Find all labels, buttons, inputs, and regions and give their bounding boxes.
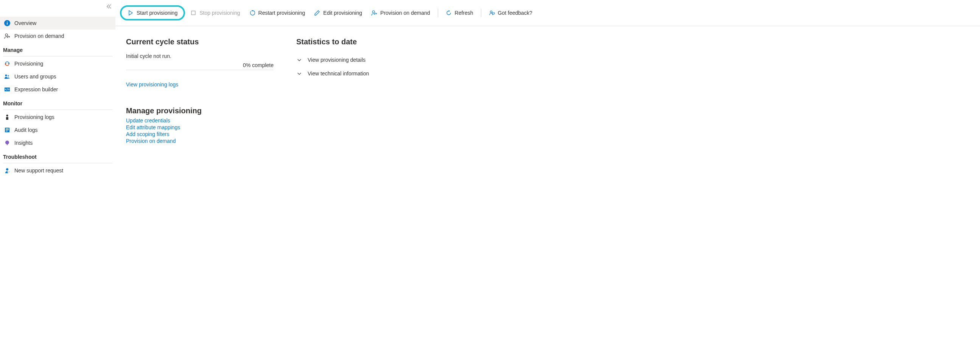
sidebar-item-insights[interactable]: Insights [0,136,115,149]
svg-point-4 [5,75,7,77]
feedback-icon [489,10,495,16]
cycle-status-heading: Current cycle status [126,37,274,46]
chevron-double-left-icon [106,4,111,9]
stop-icon [190,10,196,16]
edit-attribute-mappings-link[interactable]: Edit attribute mappings [126,124,274,130]
sidebar-item-label: New support request [14,168,63,174]
add-scoping-filters-link[interactable]: Add scoping filters [126,131,274,137]
chevron-down-icon [296,70,302,77]
sync-icon [4,60,11,67]
cycle-status-text: Initial cycle not run. [126,53,274,59]
sidebar: Overview Provision on demand Manage Prov… [0,0,115,363]
svg-rect-8 [6,117,8,120]
svg-rect-14 [7,144,8,145]
refresh-icon [446,10,452,16]
toolbar-label: Stop provisioning [199,10,240,16]
toolbar-label: Start provisioning [137,10,177,16]
toolbar-label: Got feedback? [498,10,532,16]
refresh-button[interactable]: Refresh [442,8,477,18]
toolbar-label: Restart provisioning [258,10,305,16]
expand-row-label: View technical information [308,70,369,77]
collapse-sidebar-button[interactable] [106,4,111,9]
sidebar-item-provisioning-logs[interactable]: Provisioning logs [0,110,115,123]
svg-rect-1 [7,23,8,25]
divider [3,109,112,110]
sidebar-section-monitor: Monitor [0,96,115,109]
toolbar: Start provisioning Stop provisioning Res… [115,0,980,26]
expand-row-label: View provisioning details [308,57,366,63]
restart-provisioning-button[interactable]: Restart provisioning [245,8,309,18]
edit-icon [314,10,320,16]
highlight-start-provisioning: Start provisioning [120,5,185,21]
svg-point-15 [6,168,8,171]
toolbar-label: Refresh [455,10,473,16]
svg-point-5 [8,75,9,77]
user-sync-icon [4,33,11,39]
toolbar-label: Provision on demand [380,10,430,16]
sidebar-item-expression-builder[interactable]: Expression builder [0,83,115,96]
provision-on-demand-link[interactable]: Provision on demand [126,138,274,144]
svg-rect-20 [492,13,495,14]
sidebar-item-label: Insights [14,140,33,146]
sidebar-section-troubleshoot: Troubleshoot [0,149,115,162]
sidebar-item-provisioning[interactable]: Provisioning [0,57,115,70]
restart-icon [249,10,255,16]
svg-rect-12 [6,131,8,131]
sidebar-item-label: Expression builder [14,86,58,93]
content-body: Current cycle status Initial cycle not r… [115,26,980,156]
stop-provisioning-button: Stop provisioning [186,8,244,18]
person-log-icon [4,114,11,120]
audit-icon [4,126,11,133]
sidebar-item-provision-on-demand[interactable]: Provision on demand [0,30,115,42]
toolbar-label: Edit provisioning [323,10,362,16]
cycle-progress-value: 0% complete [243,62,274,68]
main-content: Start provisioning Stop provisioning Res… [115,0,980,363]
divider [3,163,112,163]
update-credentials-link[interactable]: Update credentials [126,117,274,123]
edit-provisioning-button[interactable]: Edit provisioning [310,8,366,18]
insights-icon [4,139,11,146]
toolbar-separator [438,9,438,17]
view-technical-information-row[interactable]: View technical information [296,67,969,80]
svg-rect-11 [6,130,9,130]
sidebar-item-label: Provision on demand [14,33,64,39]
sidebar-item-audit-logs[interactable]: Audit logs [0,123,115,136]
svg-point-7 [6,115,8,117]
user-sync-icon [371,10,377,16]
toolbar-separator [481,9,481,17]
sidebar-item-users-groups[interactable]: Users and groups [0,70,115,83]
support-icon [4,167,11,174]
divider [3,56,112,56]
provision-on-demand-button[interactable]: Provision on demand [368,8,434,18]
info-icon [4,20,11,27]
manage-provisioning-heading: Manage provisioning [126,107,274,115]
view-provisioning-details-row[interactable]: View provisioning details [296,53,969,67]
cycle-progress: 0% complete [126,62,274,70]
svg-rect-17 [191,11,195,15]
sidebar-section-manage: Manage [0,42,115,55]
statistics-heading: Statistics to date [296,37,969,46]
sidebar-item-label: Audit logs [14,127,37,133]
svg-point-13 [5,141,9,144]
code-icon [4,86,11,93]
svg-rect-2 [7,22,8,22]
svg-rect-10 [6,128,9,129]
svg-point-3 [5,34,8,36]
sidebar-item-label: Provisioning logs [14,114,54,120]
play-icon [127,10,134,16]
sidebar-item-label: Users and groups [14,74,56,80]
sidebar-item-new-support-request[interactable]: New support request [0,164,115,177]
feedback-button[interactable]: Got feedback? [485,8,536,18]
chevron-down-icon [296,57,302,63]
svg-point-18 [372,11,375,13]
svg-point-19 [490,11,492,13]
sidebar-item-overview[interactable]: Overview [0,17,115,30]
start-provisioning-button[interactable]: Start provisioning [124,8,181,18]
view-provisioning-logs-link[interactable]: View provisioning logs [126,82,274,88]
sidebar-item-label: Provisioning [14,61,43,67]
users-icon [4,73,11,80]
sidebar-item-label: Overview [14,20,36,26]
